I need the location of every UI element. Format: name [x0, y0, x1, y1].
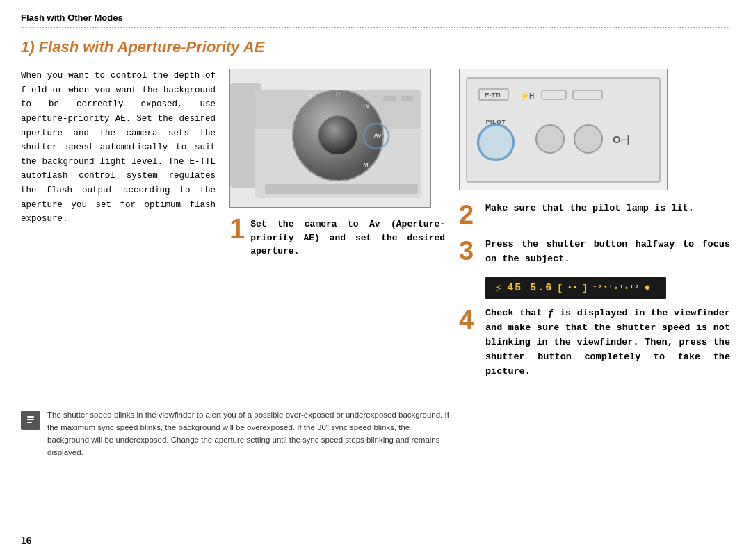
bottom-section: The shutter speed blinks in the viewfind…	[21, 409, 730, 459]
step2-text: Make sure that the pilot lamp is lit.	[485, 201, 730, 216]
svg-point-26	[536, 125, 564, 153]
camera-image: P Tv Av M A	[229, 69, 431, 208]
svg-rect-12	[265, 184, 418, 194]
svg-rect-14	[401, 96, 413, 101]
flash-image: E-TTL ⚡ H PILOT O⌐|	[459, 69, 668, 190]
vf-bracket: [	[557, 283, 563, 293]
main-content: When you want to control the depth of fi…	[21, 69, 730, 388]
camera-svg: P Tv Av M A	[230, 69, 431, 208]
page-number: 16	[21, 535, 32, 546]
svg-point-6	[318, 116, 357, 155]
step1-text: Set the camera to Av (Aperture-priority …	[250, 217, 445, 258]
step4-number: 4	[459, 306, 478, 333]
svg-text:A: A	[308, 92, 313, 99]
step4-row: 4 Check that ƒ is displayed in the viewf…	[459, 306, 730, 379]
step4-text: Check that ƒ is displayed in the viewfin…	[485, 306, 730, 379]
svg-text:H: H	[529, 92, 534, 100]
svg-text:M: M	[363, 161, 369, 168]
svg-text:E-TTL: E-TTL	[485, 92, 502, 99]
left-column: When you want to control the depth of fi…	[21, 69, 216, 227]
step3-number: 3	[459, 238, 478, 264]
svg-rect-32	[27, 419, 34, 420]
svg-text:P: P	[336, 90, 340, 97]
step2-content: Make sure that the pilot lamp is lit.	[485, 201, 730, 216]
vf-scale: ⁻²⁺¹•¹•¹²	[592, 283, 640, 293]
dotted-divider	[21, 27, 730, 28]
page: Flash with Other Modes 1) Flash with Ape…	[0, 0, 751, 560]
vf-flash: ⚡	[495, 281, 503, 295]
svg-text:Av: Av	[373, 132, 381, 139]
step3-row: 3 Press the shutter button halfway to fo…	[459, 238, 730, 267]
vf-numbers: 45 5.6	[507, 282, 553, 294]
steps-container: 2 Make sure that the pilot lamp is lit. …	[459, 201, 730, 388]
note-svg	[24, 413, 37, 427]
header-section: Flash with Other Modes	[21, 13, 730, 24]
section-title: 1) Flash with Aperture-Priority AE	[21, 38, 730, 56]
step1-number: 1	[229, 215, 245, 242]
note-section: The shutter speed blinks in the viewfind…	[21, 409, 452, 459]
svg-rect-31	[27, 416, 34, 418]
svg-rect-13	[383, 96, 396, 101]
svg-rect-33	[27, 422, 32, 423]
step3-content: Press the shutter button halfway to focu…	[485, 238, 730, 267]
svg-point-25	[478, 125, 513, 160]
vf-bracket2: ]	[582, 283, 588, 293]
step3-text: Press the shutter button halfway to focu…	[485, 238, 730, 267]
vf-end-dot: ●	[645, 282, 652, 294]
step1-block: 1 Set the camera to Av (Aperture-priorit…	[229, 217, 445, 258]
intro-text: When you want to control the depth of fi…	[21, 69, 216, 227]
right-column: E-TTL ⚡ H PILOT O⌐|	[459, 69, 730, 388]
svg-text:⚡: ⚡	[519, 90, 530, 101]
step4-content: Check that ƒ is displayed in the viewfin…	[485, 306, 730, 379]
note-text: The shutter speed blinks in the viewfind…	[47, 409, 452, 459]
middle-column: P Tv Av M A 1 Set the camera to Av (	[229, 69, 445, 258]
step2-number: 2	[459, 201, 478, 228]
svg-text:Tv: Tv	[362, 102, 370, 109]
vf-dots: ••	[567, 283, 578, 292]
note-icon	[21, 411, 40, 430]
flash-svg: E-TTL ⚡ H PILOT O⌐|	[460, 69, 668, 190]
viewfinder-bar: ⚡ 45 5.6 [ •• ] ⁻²⁺¹•¹•¹² ●	[485, 277, 666, 299]
step2-row: 2 Make sure that the pilot lamp is lit.	[459, 201, 730, 228]
header-title: Flash with Other Modes	[21, 13, 123, 23]
svg-point-27	[574, 125, 602, 153]
svg-text:O⌐|: O⌐|	[613, 133, 630, 145]
